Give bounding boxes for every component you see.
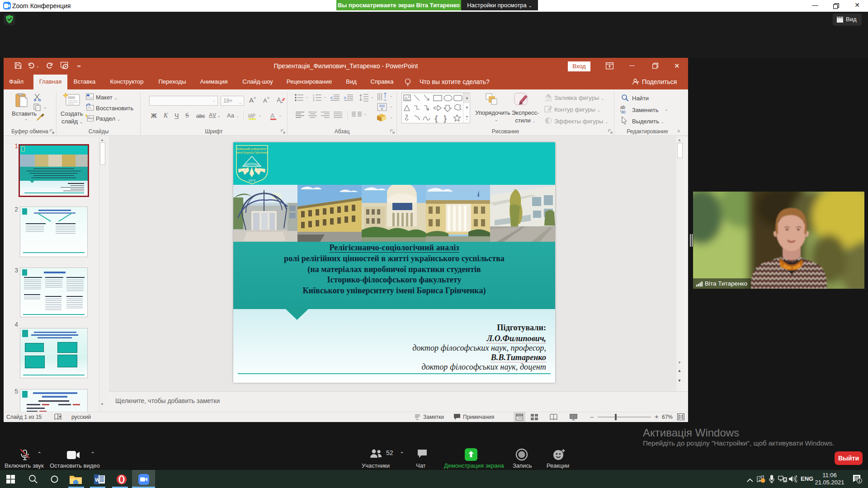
svg-text:1974: 1974 [248, 179, 255, 182]
svg-text:ac: ac [621, 109, 626, 114]
svg-text:А: А [277, 96, 281, 103]
svg-text:{: { [435, 115, 438, 122]
svg-text:}: } [444, 115, 447, 122]
svg-text:А: А [270, 112, 275, 119]
svg-text:W: W [95, 477, 100, 483]
svg-text:імені Бориса Грінченка: імені Бориса Грінченка [236, 151, 268, 155]
svg-text:Київський університет: Київський університет [237, 147, 267, 151]
svg-text:A: A [405, 96, 407, 100]
svg-text:3: 3 [313, 99, 314, 101]
